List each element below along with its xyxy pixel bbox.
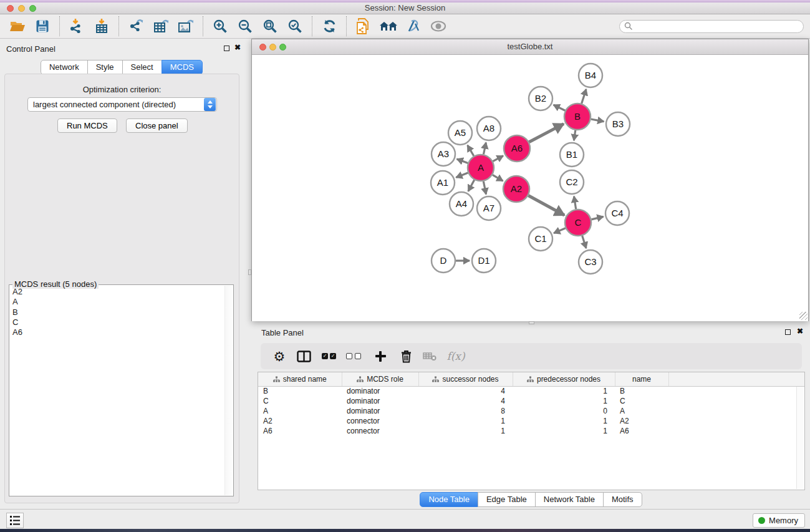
network-window-titlebar[interactable]: testGlobe.txt: [252, 39, 808, 55]
column-header-predecessor-nodes[interactable]: predecessor nodes: [513, 372, 615, 386]
export-image-icon[interactable]: [173, 16, 198, 37]
show-graphics-details-eye-icon[interactable]: [426, 16, 451, 37]
hide-graphics-details-icon[interactable]: [401, 16, 426, 37]
tab-network-table[interactable]: Network Table: [535, 492, 604, 507]
table-cell[interactable]: 8: [418, 406, 513, 416]
import-network-icon[interactable]: [64, 16, 89, 37]
table-cell[interactable]: 1: [513, 386, 615, 396]
import-table-icon[interactable]: [89, 16, 114, 37]
close-panel-icon[interactable]: [234, 43, 241, 52]
table-cell[interactable]: 1: [513, 416, 615, 426]
tab-network[interactable]: Network: [41, 60, 88, 75]
graph-edge-A2-C[interactable]: [528, 196, 564, 215]
graph-edge-C-C1[interactable]: [554, 228, 566, 233]
graph-node-B4[interactable]: B4: [579, 64, 602, 87]
mcds-result-scrollbar[interactable]: [224, 286, 233, 495]
network-overview-houses-icon[interactable]: [376, 16, 401, 37]
table-cell[interactable]: 4: [418, 386, 513, 396]
graph-edge-A-A3[interactable]: [457, 159, 468, 163]
table-cell[interactable]: 1: [513, 426, 615, 436]
table-cell[interactable]: A6: [258, 426, 342, 436]
table-cell[interactable]: connector: [342, 426, 418, 436]
task-history-button[interactable]: [6, 513, 24, 528]
graph-edge-A-A7[interactable]: [483, 181, 486, 195]
delete-columns-trash-icon[interactable]: [393, 347, 418, 365]
graph-node-A[interactable]: A: [468, 155, 494, 181]
tab-select[interactable]: Select: [122, 60, 162, 75]
graph-node-B1[interactable]: B1: [560, 143, 584, 167]
mcds-result-item[interactable]: A2: [12, 287, 223, 297]
table-cell[interactable]: A: [615, 406, 668, 416]
network-zoom-button[interactable]: [279, 44, 286, 51]
float-panel-icon[interactable]: [224, 46, 229, 51]
close-panel-button[interactable]: Close panel: [126, 118, 188, 133]
float-panel-icon[interactable]: [785, 329, 791, 335]
graph-node-C3[interactable]: C3: [579, 250, 602, 274]
memory-button[interactable]: Memory: [753, 513, 805, 528]
table-cell[interactable]: dominator: [342, 406, 418, 416]
graph-edge-A6-B[interactable]: [529, 124, 563, 142]
table-cell[interactable]: 4: [418, 396, 513, 406]
graph-edge-A-A8[interactable]: [483, 143, 486, 155]
table-cell[interactable]: A6: [615, 426, 668, 436]
select-all-columns-icon[interactable]: [317, 347, 342, 365]
graph-edge-A-A4[interactable]: [468, 180, 475, 191]
graph-edge-B-B1[interactable]: [574, 130, 575, 140]
zoom-selected-icon[interactable]: [282, 16, 307, 37]
mcds-result-item[interactable]: C: [12, 317, 223, 327]
table-cell[interactable]: 1: [513, 396, 615, 406]
table-cell[interactable]: 1: [418, 416, 513, 426]
table-cell[interactable]: dominator: [342, 386, 418, 396]
graph-node-A7[interactable]: A7: [477, 196, 501, 220]
graph-edge-C-C3[interactable]: [582, 236, 586, 248]
network-canvas[interactable]: AA6A2BCA5A8A3A1A4A7B2B4B3B1C2C4C1C3DD1: [252, 56, 808, 321]
table-header-row[interactable]: shared nameMCDS rolesuccessor nodesprede…: [258, 372, 804, 386]
add-column-icon[interactable]: [367, 347, 393, 365]
delete-table-icon[interactable]: [418, 347, 441, 365]
graph-node-A1[interactable]: A1: [431, 171, 455, 195]
graph-node-D1[interactable]: D1: [472, 249, 496, 273]
close-window-button[interactable]: [7, 5, 14, 12]
graph-edge-B-B3[interactable]: [591, 119, 604, 122]
save-session-icon[interactable]: [30, 16, 55, 37]
table-cell[interactable]: 1: [418, 426, 513, 436]
zoom-in-icon[interactable]: [208, 16, 233, 37]
table-cell[interactable]: dominator: [342, 396, 418, 406]
close-panel-icon[interactable]: [797, 327, 803, 336]
table-cell[interactable]: 0: [513, 406, 615, 416]
graph-edge-A-A2[interactable]: [493, 175, 503, 181]
table-row[interactable]: A2connector11A2: [258, 416, 804, 426]
run-mcds-button[interactable]: Run MCDS: [57, 118, 117, 133]
graph-node-C4[interactable]: C4: [605, 201, 629, 225]
graph-node-A3[interactable]: A3: [432, 142, 455, 166]
open-file-icon[interactable]: [5, 16, 30, 37]
graph-edge-A-A1[interactable]: [456, 173, 468, 178]
graph-node-A5[interactable]: A5: [448, 121, 472, 145]
mcds-result-item[interactable]: B: [12, 307, 223, 317]
graph-node-B2[interactable]: B2: [529, 87, 552, 110]
graph-node-B3[interactable]: B3: [606, 112, 630, 136]
mcds-result-item[interactable]: A6: [12, 327, 223, 337]
graph-edge-A-A5[interactable]: [468, 145, 474, 156]
graph-node-C1[interactable]: C1: [529, 227, 552, 251]
panel-edge-handle[interactable]: [248, 269, 251, 275]
refresh-icon[interactable]: [317, 16, 342, 37]
zoom-out-icon[interactable]: [233, 16, 258, 37]
table-row[interactable]: Bdominator41B: [258, 386, 804, 396]
column-header-successor-nodes[interactable]: successor nodes: [418, 372, 513, 386]
tab-mcds[interactable]: MCDS: [162, 60, 203, 75]
table-cell[interactable]: A2: [258, 416, 342, 426]
export-table-icon[interactable]: [148, 16, 173, 37]
tab-style[interactable]: Style: [87, 60, 123, 75]
graph-edge-C-C4[interactable]: [591, 216, 603, 220]
table-cell[interactable]: A: [258, 406, 342, 416]
graph-node-C2[interactable]: C2: [560, 170, 584, 194]
export-network-icon[interactable]: [123, 16, 148, 37]
table-row[interactable]: Adominator80A: [258, 406, 804, 416]
tab-edge-table[interactable]: Edge Table: [478, 492, 536, 507]
table-cell[interactable]: C: [258, 396, 342, 406]
table-options-gear-icon[interactable]: [269, 347, 290, 365]
graph-node-A2[interactable]: A2: [503, 176, 529, 202]
search-input[interactable]: [619, 20, 804, 33]
apply-function-icon[interactable]: f(x): [441, 347, 471, 365]
